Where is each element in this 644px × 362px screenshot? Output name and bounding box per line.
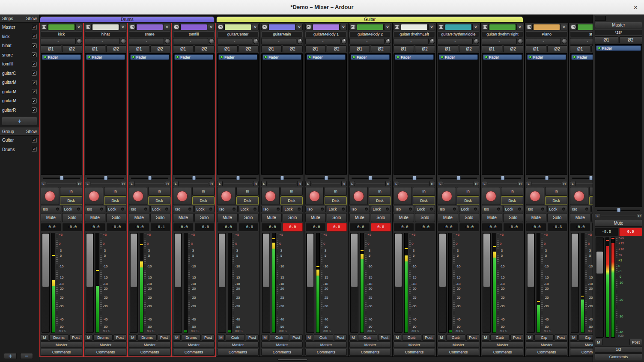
strip-name-button[interactable]: guitarMain	[261, 31, 303, 37]
strip-name-button[interactable]: guitarRhythmMiddle	[438, 31, 479, 37]
solo-button[interactable]: Solo	[459, 213, 480, 222]
fader-grip[interactable]	[483, 234, 490, 287]
peak-display[interactable]: 0.0	[283, 223, 303, 231]
solo-lock-button[interactable]: Lock	[239, 206, 259, 212]
monitor-input-button[interactable]: In	[192, 187, 215, 196]
fader-grip[interactable]	[528, 234, 534, 287]
solo-isolate-button[interactable]: Iso	[349, 206, 370, 212]
monitor-input-button[interactable]: In	[413, 187, 435, 196]
hide-strip-button[interactable]: ✕	[340, 24, 347, 30]
fader-grip[interactable]	[351, 234, 358, 287]
pan-slider[interactable]	[395, 176, 434, 180]
meter-point-button[interactable]: Post	[246, 334, 259, 341]
comments-button[interactable]: Comments	[305, 349, 347, 356]
mute-button[interactable]: Mute	[526, 213, 546, 222]
master-pan-slider[interactable]	[596, 208, 641, 212]
trim-knob[interactable]	[165, 39, 170, 44]
output-button[interactable]: Master	[305, 341, 347, 348]
comments-button[interactable]: Comments	[349, 349, 391, 356]
solo-button[interactable]: Solo	[547, 213, 568, 222]
solo-lock-button[interactable]: Lock	[327, 206, 347, 212]
trim-knob[interactable]	[121, 39, 126, 44]
mute-button[interactable]: Mute	[482, 213, 502, 222]
comments-button[interactable]: Comments	[173, 349, 215, 356]
processor-active-led[interactable]	[264, 56, 267, 59]
phase2-button[interactable]: Ø2	[503, 45, 524, 52]
track-color-swatch[interactable]	[268, 24, 295, 30]
hide-strip-button[interactable]: ✕	[208, 24, 215, 30]
master-m-button[interactable]: M	[595, 339, 602, 345]
m-button[interactable]: M	[261, 334, 269, 341]
show-checkbox[interactable]: ✓	[32, 25, 37, 30]
master-peak-display[interactable]: 0.9	[619, 228, 643, 236]
solo-lock-button[interactable]: Lock	[194, 206, 215, 212]
fader-grip[interactable]	[263, 234, 269, 287]
pan-slider[interactable]	[42, 176, 81, 180]
pan-handle[interactable]	[60, 176, 63, 180]
track-color-swatch[interactable]	[180, 24, 207, 30]
solo-lock-button[interactable]: Lock	[503, 206, 524, 212]
show-checkbox[interactable]: ✓	[32, 107, 37, 113]
processor-active-led[interactable]	[132, 56, 135, 59]
processor-box[interactable]: Fader	[261, 53, 303, 175]
add-strip-button[interactable]: +	[2, 117, 37, 125]
width-toggle-button[interactable]	[85, 24, 92, 30]
fader-grip[interactable]	[596, 252, 603, 273]
strip-name-button[interactable]: st	[570, 31, 593, 37]
phase2-button[interactable]: Ø2	[106, 45, 127, 52]
sidebar-group-item[interactable]: Drums ✓	[0, 145, 39, 154]
output-button[interactable]: Master	[217, 341, 259, 348]
processor-active-led[interactable]	[441, 56, 444, 59]
fader-processor[interactable]: Fader	[571, 54, 593, 60]
processor-box[interactable]: Fader	[438, 53, 479, 175]
pan-handle[interactable]	[104, 176, 107, 180]
peak-display[interactable]: -0.0	[591, 223, 593, 231]
fader-processor[interactable]: Fader	[218, 54, 257, 60]
hide-strip-button[interactable]: ✕	[252, 24, 259, 30]
processor-active-led[interactable]	[88, 56, 91, 59]
fader-processor[interactable]: Fader	[130, 54, 169, 60]
gain-display[interactable]: -0.0	[570, 223, 590, 231]
track-color-swatch[interactable]	[445, 24, 472, 30]
width-toggle-button[interactable]	[261, 24, 268, 30]
solo-lock-button[interactable]: Lock	[459, 206, 480, 212]
master-fader[interactable]	[596, 237, 604, 338]
group-button[interactable]: Drums	[182, 334, 201, 341]
solo-isolate-button[interactable]: Iso	[261, 206, 282, 212]
m-button[interactable]: M	[570, 334, 578, 341]
meter-point-button[interactable]: Post	[510, 334, 523, 341]
fader-processor[interactable]: Fader	[174, 54, 213, 60]
show-checkbox[interactable]: ✓	[32, 34, 37, 39]
solo-isolate-button[interactable]: Iso	[394, 206, 414, 212]
mute-button[interactable]: Mute	[570, 213, 590, 222]
meter-point-button[interactable]: Post	[466, 334, 479, 341]
mute-button[interactable]: Mute	[217, 213, 238, 222]
channel-fader[interactable]	[527, 233, 535, 333]
strip-name-button[interactable]: snare	[129, 31, 170, 37]
window-close-button[interactable]: ✕	[633, 4, 638, 10]
pan-handle[interactable]	[412, 176, 416, 180]
solo-isolate-button[interactable]: Iso	[570, 206, 590, 212]
record-enable-button[interactable]	[261, 187, 280, 205]
fader-processor[interactable]: Fader	[307, 54, 346, 60]
pan-handle[interactable]	[501, 176, 504, 180]
monitor-disk-button[interactable]: Disk	[325, 196, 347, 205]
monitor-input-button[interactable]: In	[369, 187, 391, 196]
solo-isolate-button[interactable]: Iso	[438, 206, 458, 212]
solo-isolate-button[interactable]: Iso	[173, 206, 194, 212]
phase1-button[interactable]: Ø1	[261, 45, 282, 52]
pan-slider[interactable]	[483, 176, 522, 180]
group-button[interactable]: Guitr	[490, 334, 510, 341]
sidebar-strip-item[interactable]: hihat ✓	[0, 41, 39, 50]
record-enable-button[interactable]	[438, 187, 456, 205]
m-button[interactable]: M	[349, 334, 357, 341]
master-phase1-button[interactable]: Ø1	[595, 36, 618, 43]
channel-fader[interactable]	[42, 233, 50, 333]
track-color-swatch[interactable]	[224, 24, 251, 30]
peak-display[interactable]: -0.0	[459, 223, 480, 231]
comments-button[interactable]: Comments	[85, 349, 126, 356]
meter-point-button[interactable]: Post	[334, 334, 347, 341]
phase2-button[interactable]: Ø2	[591, 45, 593, 52]
input-button[interactable]: -	[570, 38, 593, 45]
master-fader-processor[interactable]: Fader	[596, 45, 641, 51]
